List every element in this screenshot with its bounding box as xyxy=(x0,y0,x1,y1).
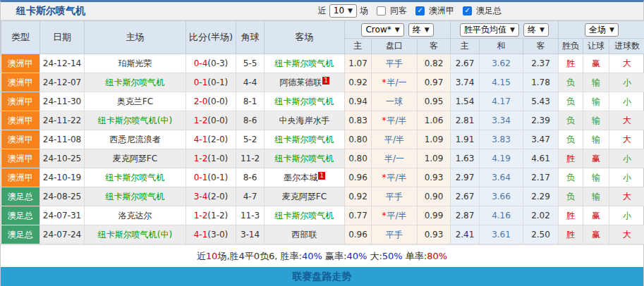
handicap-away-odds: 1.09 xyxy=(418,130,451,149)
summary-text: 近10场,胜4平0负6, 胜率:40% 赢率:40% 大:50% 单率:80% xyxy=(197,250,447,263)
recent-count-select[interactable]: 10▼ xyxy=(329,4,357,18)
a-league-label: 澳洲甲 xyxy=(429,5,454,17)
corner-score: 11-3 xyxy=(236,206,265,225)
handicap-home-odds: 0.83 xyxy=(345,111,372,130)
fulltime-select[interactable]: 全场▼ xyxy=(585,23,619,37)
goals-result: 大 xyxy=(609,225,644,244)
subcol-hcp-home: 主 xyxy=(345,39,372,54)
league-trend-bar[interactable]: 联赛盘路走势 xyxy=(1,267,643,286)
match-row: 澳洲甲 24-11-30 奥克兰FC 2-0(0-0) 8-1 纽卡斯尔喷气机 … xyxy=(1,92,644,111)
ffa-cup-checkbox[interactable] xyxy=(463,6,472,15)
goals-result: 大 xyxy=(609,111,644,130)
away-team[interactable]: 纽卡斯尔喷气机 xyxy=(265,54,345,73)
avg-home-odds: 3.74 xyxy=(451,73,480,92)
handicap-away-odds: 0.93 xyxy=(418,225,451,244)
home-team[interactable]: 纽卡斯尔喷气机(中) xyxy=(85,111,186,130)
away-team[interactable]: 纽卡斯尔喷气机 xyxy=(265,149,345,168)
subcol-goals: 进球数 xyxy=(609,39,644,54)
match-date: 24-08-25 xyxy=(40,187,85,206)
summary-segment: 10 xyxy=(206,251,218,261)
match-date: 24-10-19 xyxy=(40,168,85,187)
handicap-result: 赢 xyxy=(583,54,609,73)
match-result: 负 xyxy=(559,187,583,206)
away-team[interactable]: 纽卡斯尔喷气机 xyxy=(265,92,345,111)
winavg-select[interactable]: 胜平负均值▼ xyxy=(460,23,519,37)
avg-draw-odds: 3.34 xyxy=(480,111,523,130)
recent-label: 近 xyxy=(318,5,327,17)
match-row: 澳洲甲 24-10-19 纽卡斯尔喷气机 0-1(0-1) 8-6 墨尔本城1 … xyxy=(1,168,644,187)
match-result: 胜 xyxy=(559,54,583,73)
match-league: 澳洲甲 xyxy=(1,111,40,130)
handicap-home-odds: 0.80 xyxy=(345,149,372,168)
away-team[interactable]: 纽卡斯尔喷气机 xyxy=(265,206,345,225)
col-home: 主场 xyxy=(85,21,186,54)
handicap-result: 输 xyxy=(583,168,609,187)
corner-score: 8-6 xyxy=(236,168,265,187)
avg-away-odds: 2.29 xyxy=(523,187,559,206)
a-league-checkbox[interactable] xyxy=(415,6,425,15)
away-team[interactable]: 麦克阿瑟FC xyxy=(265,187,345,206)
subcol-let: 让球 xyxy=(583,39,609,54)
chevron-down-icon: ▼ xyxy=(609,25,614,35)
home-team[interactable]: 纽卡斯尔喷气机 xyxy=(85,168,186,187)
avg-home-odds: 2.67 xyxy=(451,187,480,206)
match-row: 澳洲甲 24-11-22 纽卡斯尔喷气机(中) 1-2(0-0) 8-6 中央海… xyxy=(1,111,644,130)
match-result: 负 xyxy=(559,111,583,130)
red-card-badge: 1 xyxy=(318,172,325,180)
home-team[interactable]: 西悉尼流浪者 xyxy=(85,130,186,149)
away-team[interactable]: 西部联 xyxy=(265,225,345,244)
handicap-line: *平/半 xyxy=(372,168,418,187)
away-team[interactable]: 墨尔本城1 xyxy=(265,168,345,187)
match-date: 24-11-08 xyxy=(40,130,85,149)
away-team[interactable]: 纽卡斯尔喷气机 xyxy=(265,130,345,149)
subcol-result: 胜负 xyxy=(559,39,583,54)
match-league: 澳足总 xyxy=(1,187,40,206)
avg-draw-odds: 3.83 xyxy=(480,130,523,149)
bookmaker-select[interactable]: Crow*▼ xyxy=(361,23,403,37)
same-away-checkbox[interactable] xyxy=(377,6,386,15)
handicap-line: *平/半 xyxy=(372,111,418,130)
avg-away-odds: 4.61 xyxy=(523,149,559,168)
subcol-avg-home: 主 xyxy=(451,39,480,54)
chevron-down-icon: ▼ xyxy=(540,25,545,35)
home-team[interactable]: 纽卡斯尔喷气机 xyxy=(85,73,186,92)
match-league: 澳足总 xyxy=(1,225,40,244)
avg-away-odds: 2.50 xyxy=(523,225,559,244)
col-corner: 角球 xyxy=(236,21,265,54)
match-result: 胜 xyxy=(559,225,583,244)
col-date: 日期 xyxy=(40,21,85,54)
home-team[interactable]: 珀斯光荣 xyxy=(85,54,186,73)
summary-segment: 80% xyxy=(427,251,447,261)
red-card-badge: 1 xyxy=(322,77,329,85)
summary-line: 近10场,胜4平0负6, 胜率:40% 赢率:40% 大:50% 单率:80% xyxy=(1,244,643,268)
handicap-time-select[interactable]: 终▼ xyxy=(408,23,434,37)
match-result: 负 xyxy=(559,168,583,187)
handicap-line: 一球 xyxy=(372,92,418,111)
match-date: 24-12-14 xyxy=(40,54,85,73)
avg-away-odds: 3.47 xyxy=(523,130,559,149)
match-league: 澳洲甲 xyxy=(1,168,40,187)
matches-label: 场 xyxy=(360,5,368,17)
home-team[interactable]: 奥克兰FC xyxy=(85,92,186,111)
home-team[interactable]: 纽卡斯尔喷气机(中) xyxy=(85,225,186,244)
home-team[interactable]: 麦克阿瑟FC xyxy=(85,149,186,168)
title-bar: 纽卡斯尔喷气机 近 10▼ 场 同客 澳洲甲 澳足总 xyxy=(1,2,643,20)
away-team[interactable]: 中央海岸水手 xyxy=(265,111,345,130)
handicap-result: 输 xyxy=(583,187,609,206)
winavg-time-select[interactable]: 终▼ xyxy=(523,23,549,37)
handicap-away-odds: 0.82 xyxy=(418,54,451,73)
away-team[interactable]: 阿德莱德联1 xyxy=(265,73,345,92)
handicap-home-odds: 0.92 xyxy=(345,73,372,92)
handicap-result: 赢 xyxy=(583,206,609,225)
home-team[interactable]: 洛克达尔 xyxy=(85,206,186,225)
match-row: 澳足总 24-07-31 洛克达尔 1-2(1-2) 11-3 纽卡斯尔喷气机 … xyxy=(1,206,644,225)
home-team[interactable]: 纽卡斯尔喷气机 xyxy=(85,187,186,206)
match-rows: 澳洲甲 24-12-14 珀斯光荣 0-4(0-3) 5-5 纽卡斯尔喷气机 1… xyxy=(1,54,644,244)
handicap-result: 输 xyxy=(583,92,609,111)
handicap-group-header: Crow*▼ 终▼ xyxy=(345,21,451,39)
match-score: 4-1(2-0) xyxy=(186,130,236,149)
handicap-line: *半/一 xyxy=(372,73,418,92)
handicap-home-odds: 0.80 xyxy=(345,130,372,149)
match-table: 类型 日期 主场 比分(半场) 角球 客场 Crow*▼ 终▼ 胜平负均值▼ 终… xyxy=(1,20,644,244)
handicap-away-odds: 0.97 xyxy=(418,73,451,92)
